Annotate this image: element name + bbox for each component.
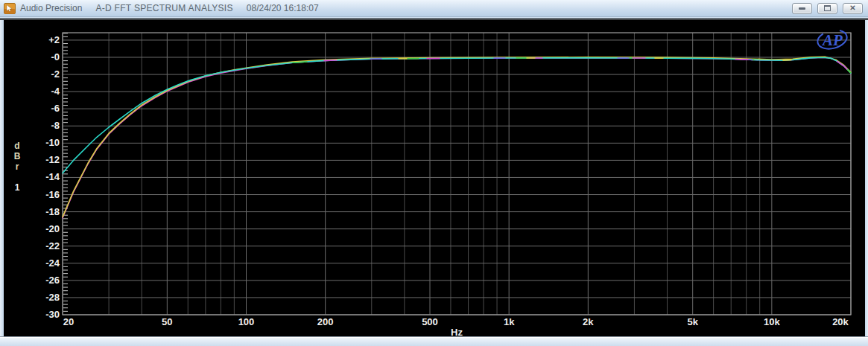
y-tick-label: -22 xyxy=(45,240,60,252)
app-icon xyxy=(4,3,16,14)
y-tick-label: -4 xyxy=(51,86,60,97)
window-border-bottom xyxy=(0,336,868,346)
app-window: Audio Precision A-D FFT SPECTRUM ANALYSI… xyxy=(0,0,868,346)
x-tick-label: 20 xyxy=(63,316,74,327)
y-tick-label: -12 xyxy=(45,154,60,165)
y-tick-label: -8 xyxy=(51,120,60,131)
y-axis-title-char: 1 xyxy=(15,182,20,193)
window-frame-line xyxy=(0,18,868,20)
app-name: Audio Precision xyxy=(20,3,82,13)
y-axis-title-char: r xyxy=(16,161,19,172)
x-tick-label: 500 xyxy=(422,316,438,327)
maximize-icon xyxy=(824,5,831,11)
x-tick-label: 1k xyxy=(504,316,515,327)
grid xyxy=(63,33,851,315)
y-tick-label: -6 xyxy=(51,103,60,114)
minimize-icon xyxy=(799,7,805,10)
minimize-button[interactable] xyxy=(792,3,812,14)
y-tick-label: -30 xyxy=(45,309,60,320)
document-title: A-D FFT SPECTRUM ANALYSIS xyxy=(95,3,232,13)
channel-lower-yellow xyxy=(63,57,851,217)
y-tick-label: -20 xyxy=(45,223,60,234)
window-controls: ✕ xyxy=(792,3,863,14)
channel-upper-cyan xyxy=(63,58,851,173)
x-tick-label: 20k xyxy=(832,316,849,327)
close-icon: ✕ xyxy=(849,4,855,12)
ap-logo: AP xyxy=(816,28,849,52)
plot-border xyxy=(63,33,851,315)
y-tick-label: -2 xyxy=(51,68,60,80)
axis-labels: +2-0-2-4-6-8-10-12-14-16-18-20-22-24-26-… xyxy=(14,34,849,338)
ap-logo-text: AP xyxy=(821,31,843,49)
y-tick-label: -10 xyxy=(45,137,60,148)
titlebar[interactable]: Audio Precision A-D FFT SPECTRUM ANALYSI… xyxy=(0,0,868,17)
y-tick-label: -24 xyxy=(45,257,60,269)
y-axis-title-char: B xyxy=(14,151,21,161)
y-axis-title-char: d xyxy=(14,141,19,151)
channel-lower-magenta xyxy=(63,58,851,218)
x-tick-label: 50 xyxy=(162,316,172,327)
fft-spectrum-chart: +2-0-2-4-6-8-10-12-14-16-18-20-22-24-26-… xyxy=(0,0,868,346)
x-tick-label: 10k xyxy=(764,316,780,327)
close-button[interactable]: ✕ xyxy=(843,3,863,14)
y-tick-label: -28 xyxy=(45,292,60,303)
y-tick-label: -26 xyxy=(45,275,60,286)
y-tick-label: -0 xyxy=(51,51,60,63)
x-tick-label: 2k xyxy=(583,316,594,327)
maximize-button[interactable] xyxy=(817,3,837,14)
y-tick-label: -14 xyxy=(45,171,60,182)
title-timestamp: 08/24/20 16:18:07 xyxy=(247,3,319,13)
traces xyxy=(63,57,851,217)
y-tick-label: +2 xyxy=(48,34,60,45)
x-tick-label: 200 xyxy=(317,316,334,327)
y-tick-label: -16 xyxy=(45,189,60,200)
y-tick-label: -18 xyxy=(45,206,60,217)
x-tick-label: 5k xyxy=(687,316,698,327)
x-tick-label: 100 xyxy=(238,316,255,327)
